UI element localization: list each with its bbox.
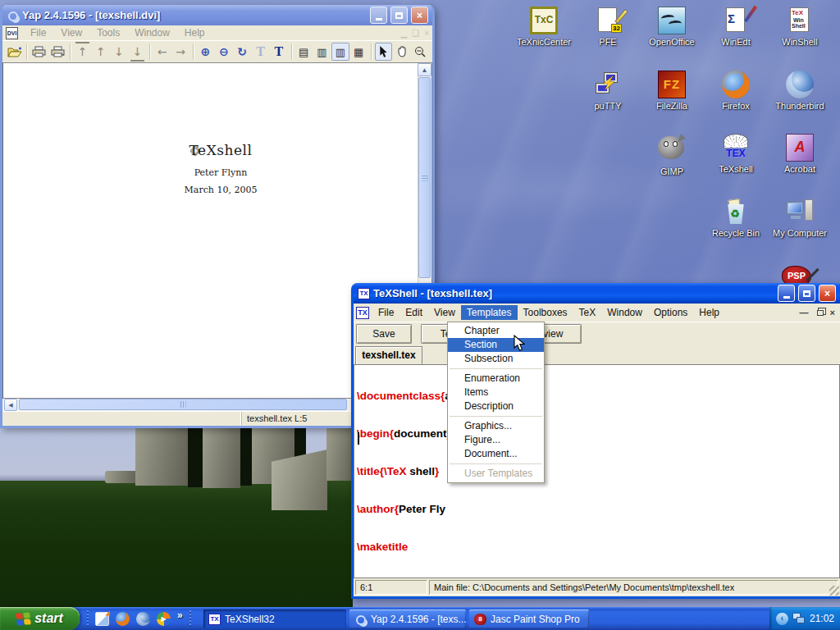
scroll-up-button[interactable]: ▲ — [418, 63, 431, 76]
yap-close-button[interactable]: × — [411, 7, 428, 24]
text-outline-mode-button[interactable]: T — [252, 43, 269, 61]
desktop-icon-gimp[interactable]: GIMP — [641, 134, 703, 176]
desktop-icon-my-computer[interactable]: My Computer — [769, 198, 831, 238]
menu-tex[interactable]: TeX — [573, 305, 602, 320]
desktop-icon-winshell[interactable]: TeX WinShell WinShell — [769, 7, 831, 47]
menu-help[interactable]: Help — [693, 305, 725, 320]
menu-toolboxes[interactable]: Toolboxes — [518, 305, 573, 320]
texshell-maximize-button[interactable] — [798, 285, 815, 302]
zoom-out-button[interactable]: ⊖ — [215, 43, 232, 61]
scroll-left-button[interactable]: ◀ — [4, 399, 17, 411]
desktop-icon-putty[interactable]: ⚡ puTTY — [577, 71, 639, 111]
child-restore-button[interactable] — [817, 310, 824, 316]
desktop-icon-pfe[interactable]: 32 PFE — [577, 7, 639, 47]
firefox-quicklaunch-icon[interactable] — [116, 612, 130, 626]
child-close-button[interactable]: × — [830, 308, 835, 317]
hand-tool-button[interactable] — [393, 43, 410, 61]
menu-templates[interactable]: Templates — [461, 305, 518, 320]
menu-file[interactable]: File — [372, 305, 399, 320]
texshell-close-button[interactable]: × — [819, 285, 836, 302]
desktop-icon-winedt[interactable]: Σ WinEdt — [705, 7, 767, 47]
select-pointer-tool-button[interactable] — [375, 43, 392, 61]
tab-texshell-tex[interactable]: texshell.tex — [355, 346, 422, 364]
open-file-button[interactable] — [6, 43, 23, 61]
task-button-yap[interactable]: Yap 2.4.1596 - [texs... — [349, 609, 466, 628]
texshell-icon: TEX — [722, 134, 750, 162]
text-render-mode-button[interactable]: T — [270, 43, 287, 61]
quick-launch-more-chevron[interactable]: » — [177, 609, 183, 621]
desktop-icon-firefox[interactable]: Firefox — [705, 71, 767, 111]
network-status-icon[interactable] — [792, 613, 806, 624]
yap-menu-window[interactable]: Window — [127, 27, 177, 39]
task-button-paintshoppro[interactable]: 8 Jasc Paint Shop Pro — [469, 609, 589, 628]
media-player-quicklaunch-icon[interactable] — [157, 612, 171, 626]
menu-item-graphics[interactable]: Graphics... — [448, 419, 544, 433]
first-page-button[interactable]: ↑ — [74, 43, 91, 61]
yap-menu-help[interactable]: Help — [177, 27, 212, 39]
menu-item-description[interactable]: Description — [448, 399, 544, 413]
desktop-icon-acrobat[interactable]: A Acrobat — [769, 134, 831, 174]
back-button[interactable]: ← — [153, 43, 171, 61]
desktop-icon-openoffice[interactable]: OpenOffice — [641, 7, 703, 47]
menu-item-chapter[interactable]: Chapter — [448, 324, 544, 338]
texshell-window[interactable]: TX TeXShell - [texshell.tex] × TX File E… — [351, 283, 840, 599]
menu-item-enumeration[interactable]: Enumeration — [448, 372, 544, 386]
refresh-button[interactable]: ↻ — [233, 43, 250, 61]
last-page-button[interactable]: ↓ — [129, 43, 146, 61]
yap-title-bar[interactable]: Yap 2.4.1596 - [texshell.dvi] × — [2, 5, 432, 25]
texshell-minimize-button[interactable] — [778, 285, 795, 302]
desktop-icon-recycle-bin[interactable]: ♻ Recycle Bin — [705, 198, 767, 238]
menu-item-figure[interactable]: Figure... — [448, 433, 544, 447]
winshell-icon: TeX WinShell — [786, 7, 814, 34]
next-page-button[interactable]: ↓ — [111, 43, 128, 61]
desktop-icon-texniccenter[interactable]: TxC TeXnicCenter — [513, 7, 575, 47]
save-button[interactable]: Save — [356, 324, 412, 344]
menu-item-section[interactable]: Section — [448, 338, 544, 352]
single-page-view-button[interactable]: ▤ — [294, 43, 312, 61]
show-desktop-icon[interactable] — [95, 612, 109, 626]
document-author: Peter Flynn — [135, 167, 307, 178]
editor-line: \maketitle — [354, 541, 839, 554]
desktop-icon-filezilla[interactable]: FZ FileZilla — [641, 71, 703, 111]
menu-window[interactable]: Window — [601, 305, 648, 320]
texshell-status-bar: 6:1 Main file: C:\Documents and Settings… — [354, 578, 840, 596]
yap-menu-file[interactable]: File — [23, 27, 53, 39]
yap-menu-view[interactable]: View — [53, 27, 89, 39]
texshell-title-bar[interactable]: TX TeXShell - [texshell.tex] × — [354, 283, 840, 304]
double-page-scroll-view-button[interactable]: ▦ — [350, 43, 368, 61]
yap-minimize-button[interactable] — [370, 7, 387, 24]
vertical-scroll-thumb[interactable] — [418, 77, 431, 278]
print-page-button[interactable] — [49, 43, 66, 61]
menu-edit[interactable]: Edit — [399, 305, 428, 320]
menu-item-user-templates: User Templates — [448, 467, 544, 481]
yap-maximize-button[interactable] — [390, 7, 408, 24]
magnifier-tool-button[interactable] — [412, 43, 429, 61]
print-button[interactable] — [30, 43, 48, 61]
tray-collapse-chevron[interactable]: ‹ — [776, 613, 788, 625]
zoom-in-button[interactable]: ⊕ — [197, 43, 214, 61]
start-button[interactable]: start — [0, 607, 80, 630]
menu-item-document[interactable]: Document... — [448, 447, 544, 461]
editor-line: \author{Peter Fly — [354, 503, 839, 516]
desktop-icon-thunderbird[interactable]: Thunderbird — [769, 71, 831, 111]
tex-source-editor[interactable]: \documentclass{a \begin{document} \title… — [354, 364, 840, 578]
menu-options[interactable]: Options — [648, 305, 693, 320]
previous-page-button[interactable]: ↑ — [92, 43, 109, 61]
mdi-restore-icon: ❑ — [412, 29, 419, 38]
task-button-texshell[interactable]: TX TeXShell32 — [203, 609, 346, 628]
horizontal-scroll-thumb[interactable] — [19, 399, 347, 410]
menu-item-items[interactable]: Items — [448, 386, 544, 399]
two-page-view-button[interactable]: ▥ — [313, 43, 331, 61]
thunderbird-quicklaunch-icon[interactable] — [136, 612, 150, 626]
forward-button[interactable]: → — [172, 43, 189, 61]
texshell-task-icon: TX — [208, 614, 221, 625]
main-file-panel: Main file: C:\Documents and Settings\Pet… — [429, 580, 838, 595]
menu-item-subsection[interactable]: Subsection — [448, 352, 544, 366]
yap-menu-tools[interactable]: Tools — [89, 27, 127, 39]
page-scroll-view-button[interactable]: ▥ — [331, 43, 349, 61]
stonehenge-wallpaper-photo — [0, 428, 353, 608]
desktop-icon-texshell[interactable]: TEX TeXshell — [705, 134, 767, 174]
resize-grip[interactable] — [829, 586, 839, 596]
menu-view[interactable]: View — [428, 305, 461, 320]
child-minimize-button[interactable]: — — [800, 308, 809, 317]
